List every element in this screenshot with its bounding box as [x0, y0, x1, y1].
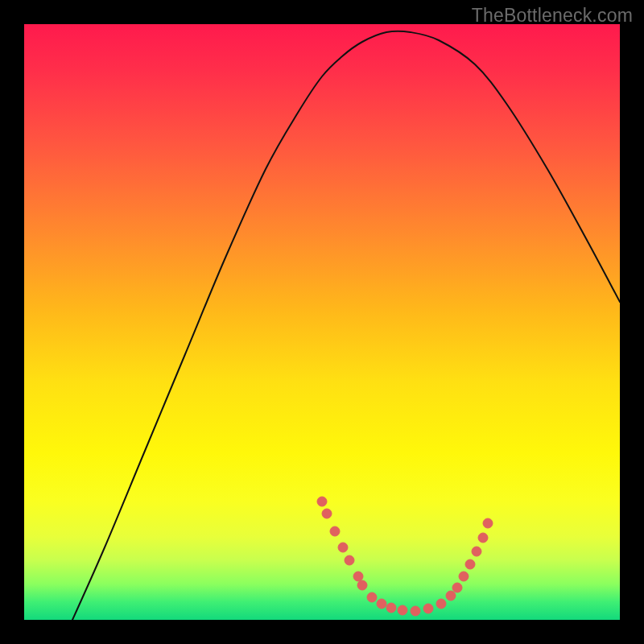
highlight-dots-right [446, 518, 493, 601]
chart-frame: TheBottleneck.com [0, 0, 644, 644]
highlight-dot [478, 533, 488, 543]
highlight-dot [459, 572, 469, 581]
highlight-dot [452, 583, 462, 592]
bottleneck-curve-svg [24, 24, 620, 620]
highlight-dot [446, 591, 456, 601]
highlight-dot [465, 559, 475, 569]
highlight-dot [353, 572, 363, 581]
highlight-dot [411, 606, 420, 616]
highlight-dot [386, 603, 396, 613]
highlight-dot [317, 497, 327, 506]
highlight-dots-bottom [367, 592, 446, 616]
highlight-dot [398, 605, 407, 615]
highlight-dot [338, 543, 348, 552]
highlight-dot [423, 604, 433, 613]
highlight-dot [357, 580, 367, 590]
highlight-dot [472, 547, 481, 556]
plot-area [24, 24, 620, 620]
highlight-dot [330, 526, 340, 536]
highlight-dot [345, 555, 354, 565]
bottleneck-curve [72, 31, 620, 620]
highlight-dot [367, 592, 377, 602]
watermark-text: TheBottleneck.com [472, 5, 633, 27]
highlight-dots-left [317, 497, 367, 590]
highlight-dot [436, 599, 446, 609]
highlight-dot [483, 518, 493, 528]
highlight-dot [377, 599, 386, 609]
highlight-dot [322, 509, 332, 518]
